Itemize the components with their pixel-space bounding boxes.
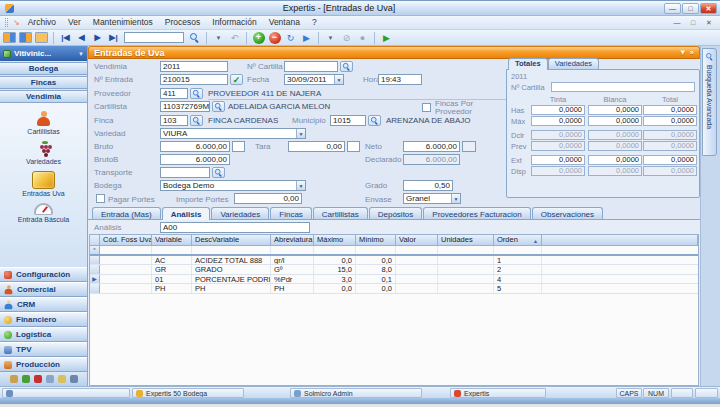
collapse-icon[interactable]: ▼ (679, 48, 687, 57)
grid-row[interactable]: ▶ 01 PORCENTAJE PODRIDO %Pdr 3,0 0,1 4 (90, 275, 698, 285)
sidebar-group-comercial[interactable]: Comercial (0, 282, 87, 297)
tab-observaciones[interactable]: Observaciones (532, 207, 603, 219)
tab-analisis[interactable]: Análisis (162, 207, 211, 220)
municipio-search-button[interactable] (368, 115, 381, 126)
has-tinta[interactable]: 0,0000 (531, 105, 585, 115)
tab-cartillistas[interactable]: Cartillistas (313, 207, 368, 219)
sidebar-item-variedades[interactable]: Variedades (4, 139, 84, 167)
row-selector[interactable] (90, 284, 100, 293)
nav-prev-button[interactable]: ◀ (74, 31, 89, 44)
sidebar-item-entradas-uva[interactable]: Entradas Uva (4, 169, 84, 199)
search-icon[interactable] (187, 31, 202, 44)
ext-total[interactable]: 0,0000 (643, 155, 697, 165)
proveedor-input[interactable]: 411 (160, 88, 188, 99)
col-valor[interactable]: Valor (396, 235, 438, 245)
footer-icon[interactable] (10, 375, 18, 383)
bruto-input[interactable]: 6.000,00 (160, 141, 230, 152)
chevron-down-icon[interactable]: ▼ (296, 181, 305, 190)
menu-ayuda[interactable]: ? (306, 16, 323, 29)
pin-icon[interactable]: ▼ (78, 51, 84, 57)
tab-variedades[interactable]: Variedades (211, 207, 269, 219)
has-total[interactable]: 0,0000 (643, 105, 697, 115)
more-icon[interactable]: » (690, 48, 694, 57)
menu-ver[interactable]: Ver (62, 16, 87, 29)
col-maximo[interactable]: Máximo (314, 235, 356, 245)
delete-record-button[interactable]: − (267, 31, 282, 44)
minimize-button[interactable]: — (664, 3, 681, 14)
n-cartilla-search-button[interactable] (340, 61, 353, 72)
ext-blanca[interactable]: 0,0000 (588, 155, 642, 165)
grid-row[interactable]: PH PH PH 0,0 0,0 5 (90, 284, 698, 294)
footer-icon[interactable] (58, 375, 66, 383)
sidebar-section-fincas[interactable]: Fincas (0, 76, 87, 89)
quick-search-input[interactable] (124, 32, 184, 43)
idle-icon[interactable]: ● (355, 31, 370, 44)
sidebar-header[interactable]: Vitivinic... ▼ (0, 46, 87, 61)
tab-depositos[interactable]: Depósitos (369, 207, 423, 219)
filter-dropdown[interactable]: ▼ (211, 31, 226, 44)
cartillista-search-button[interactable] (212, 101, 225, 112)
finca-input[interactable]: 103 (160, 115, 188, 126)
busqueda-avanzada-tab[interactable]: Búsqueda Avanzada (702, 48, 717, 156)
nav-last-button[interactable]: ▶| (106, 31, 121, 44)
add-record-button[interactable]: + (251, 31, 266, 44)
bodega-select[interactable]: Bodega Demo▼ (160, 180, 306, 191)
tara-input[interactable]: 0,00 (288, 141, 345, 152)
sidebar-section-vendimia[interactable]: Vendimia (0, 90, 87, 103)
footer-icon[interactable] (34, 375, 42, 383)
menu-archivo[interactable]: Archivo (22, 16, 62, 29)
sidebar-item-cartillistas[interactable]: Cartillistas (4, 109, 84, 137)
mdi-restore-button[interactable]: □ (687, 19, 699, 27)
undo-icon[interactable]: ↶ (227, 31, 242, 44)
envase-select[interactable]: Granel▼ (403, 193, 461, 204)
current-row-marker-icon[interactable]: ▶ (90, 275, 100, 284)
sidebar-group-configuracion[interactable]: Configuración (0, 267, 87, 282)
chevron-down-icon[interactable]: ▼ (451, 194, 460, 203)
actions-dropdown[interactable]: ▼ (323, 31, 338, 44)
sidebar-section-bodega[interactable]: Bodega (0, 62, 87, 75)
fecha-input[interactable]: 30/09/2011▼ (284, 74, 344, 85)
grid-new-row[interactable]: * (90, 246, 698, 256)
n-entrada-input[interactable]: 210015 (160, 74, 228, 85)
variedad-select[interactable]: VIURA▼ (160, 128, 306, 139)
n-cartilla-input[interactable] (284, 61, 338, 72)
transporte-input[interactable] (160, 167, 210, 178)
transporte-search-button[interactable] (212, 167, 225, 178)
sidebar-group-tpv[interactable]: TPV (0, 342, 87, 357)
has-blanca[interactable]: 0,0000 (588, 105, 642, 115)
layout-button-1[interactable] (2, 31, 17, 44)
tab-totales[interactable]: Totales (508, 58, 548, 70)
chevron-down-icon[interactable]: ▼ (296, 129, 305, 138)
fincas-por-proveedor-checkbox[interactable] (422, 103, 431, 112)
footer-icon[interactable] (22, 375, 30, 383)
hora-input[interactable]: 19:43 (378, 74, 422, 85)
max-tinta[interactable]: 0,0000 (531, 116, 585, 126)
col-descvariable[interactable]: DescVariable (192, 235, 271, 245)
sidebar-group-crm[interactable]: CRM (0, 297, 87, 312)
proveedor-search-button[interactable] (190, 88, 203, 99)
menu-mantenimientos[interactable]: Mantenimientos (87, 16, 159, 29)
sidebar-group-financiero[interactable]: Financiero (0, 312, 87, 327)
menu-ventana[interactable]: Ventana (263, 16, 306, 29)
footer-icon[interactable] (70, 375, 78, 383)
close-button[interactable]: ✕ (700, 3, 717, 14)
nav-next-button[interactable]: ▶ (90, 31, 105, 44)
tara-unit-box[interactable] (347, 141, 360, 152)
sidebar-group-produccion[interactable]: Producción (0, 357, 87, 372)
nav-first-button[interactable]: |◀ (58, 31, 73, 44)
go-icon[interactable]: ▶ (299, 31, 314, 44)
importe-portes-input[interactable]: 0,00 (234, 193, 302, 204)
menu-procesos[interactable]: Procesos (159, 16, 206, 29)
cancel-icon[interactable]: ⊘ (339, 31, 354, 44)
refresh-icon[interactable]: ↻ (283, 31, 298, 44)
col-variable[interactable]: Variable (152, 235, 192, 245)
neto-input[interactable]: 6.000,00 (403, 141, 460, 152)
footer-icon[interactable] (46, 375, 54, 383)
menu-informacion[interactable]: Información (206, 16, 262, 29)
max-blanca[interactable]: 0,0000 (588, 116, 642, 126)
grado-input[interactable]: 0,50 (403, 180, 453, 191)
row-selector[interactable] (90, 256, 100, 265)
n-entrada-confirm-button[interactable]: ✓ (230, 74, 243, 85)
col-cod-foss-uva[interactable]: Cód. Foss Uva (100, 235, 152, 245)
layout-button-3[interactable] (34, 31, 49, 44)
